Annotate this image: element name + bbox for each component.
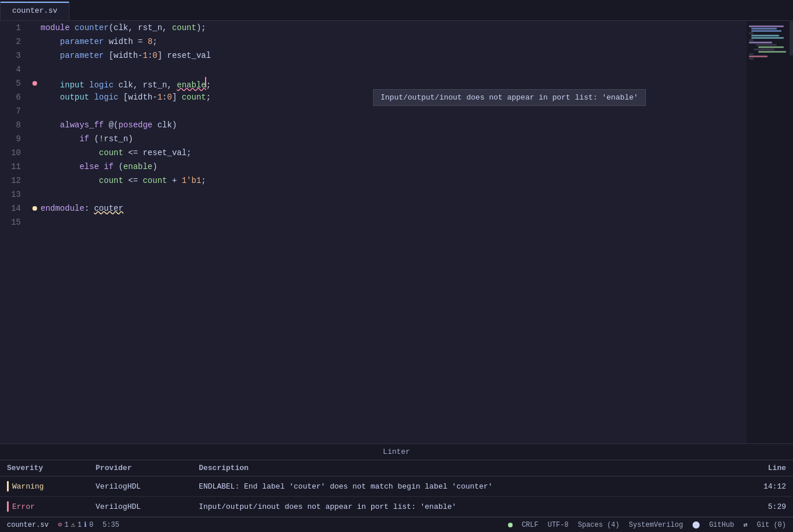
code-text-3: parameter [width-1:0] reset_val <box>41 51 211 60</box>
error-icon: ⊘ <box>58 520 62 529</box>
info-icon: ℹ <box>84 520 87 529</box>
col-description: Description <box>192 460 729 476</box>
github-label[interactable]: GitHub <box>709 521 734 529</box>
status-right: CRLF UTF-8 Spaces (4) SystemVerilog ⬤ Gi… <box>508 520 786 529</box>
code-line-4 <box>28 63 747 76</box>
status-bar: counter.sv ⊘ 1 ⚠ 1 ℹ 0 5:35 CRLF UTF-8 S… <box>0 517 793 532</box>
severity-error: Error <box>0 497 89 517</box>
code-text-14: endmodule: couter <box>41 204 123 213</box>
code-line-13 <box>28 188 747 201</box>
warning-bar <box>7 481 9 491</box>
info-count: 0 <box>89 521 93 529</box>
code-text-10: count <= reset_val; <box>41 148 192 157</box>
warning-icon: ⚠ <box>71 520 75 529</box>
status-dot <box>508 523 513 527</box>
code-text-8: always_ff @(posedge clk) <box>41 120 177 130</box>
code-line-2: parameter width = 8; <box>28 35 747 49</box>
linter-row-error[interactable]: Error VerilogHDL Input/output/inout does… <box>0 497 793 517</box>
editor-area: 12345 678910 1112131415 module counter(c… <box>0 21 793 532</box>
linter-header: Linter <box>0 444 793 460</box>
linter-title: Linter <box>383 447 410 456</box>
col-provider: Provider <box>89 460 192 476</box>
language[interactable]: SystemVerilog <box>629 521 684 529</box>
code-text-11: else if (enable) <box>41 162 158 171</box>
minimap <box>747 21 793 443</box>
tab-label: counter.sv <box>12 6 57 15</box>
error-count: 1 <box>64 521 68 529</box>
warning-label: Warning <box>12 482 44 491</box>
minimap-content <box>747 25 793 443</box>
status-filename[interactable]: counter.sv <box>7 521 49 529</box>
error-dot-5 <box>32 81 37 86</box>
col-severity: Severity <box>0 460 89 476</box>
code-line-6: output logic [width-1:0] count; <box>28 90 747 104</box>
description-warning: ENDLABEL: End label 'couter' does not ma… <box>192 476 729 497</box>
warning-count: 1 <box>78 521 82 529</box>
github-icon: ⬤ <box>692 520 700 529</box>
code-line-9: if (!rst_n) <box>28 132 747 146</box>
encoding[interactable]: UTF-8 <box>547 521 568 529</box>
error-bar <box>7 501 9 512</box>
code-line-10: count <= reset_val; <box>28 146 747 160</box>
line-error: 5:29 <box>729 497 793 517</box>
git-label[interactable]: Git (0) <box>757 521 786 529</box>
line-ending[interactable]: CRLF <box>522 521 539 529</box>
col-line: Line <box>729 460 793 476</box>
code-text-12: count <= count + 1'b1; <box>41 176 206 185</box>
linter-panel: Linter Severity Provider Description Lin… <box>0 443 793 517</box>
code-text-5: input logic clk, rst_n, enable; <box>41 77 211 90</box>
git-icon: ⇄ <box>743 520 747 529</box>
error-label: Error <box>12 502 35 511</box>
code-area[interactable]: module counter(clk, rst_n, count); param… <box>28 21 747 443</box>
description-error: Input/output/inout does not appear in po… <box>192 497 729 517</box>
code-line-11: else if (enable) <box>28 160 747 174</box>
linter-row-warning[interactable]: Warning VerilogHDL ENDLABEL: End label '… <box>0 476 793 497</box>
tab-bar: counter.sv <box>0 0 793 21</box>
code-text-6: output logic [width-1:0] count; <box>41 93 211 102</box>
tab-counter-sv[interactable]: counter.sv <box>0 1 70 20</box>
code-line-5: input logic clk, rst_n, enable; <box>28 76 747 90</box>
provider-warning: VerilogHDL <box>89 476 192 497</box>
code-line-8: always_ff @(posedge clk) <box>28 118 747 132</box>
indent[interactable]: Spaces (4) <box>578 521 619 529</box>
code-line-15 <box>28 215 747 229</box>
code-text-1: module counter(clk, rst_n, count); <box>41 23 206 32</box>
code-text-9: if (!rst_n) <box>41 134 133 144</box>
status-errors: ⊘ 1 ⚠ 1 ℹ 0 <box>58 520 93 529</box>
linter-table: Severity Provider Description Line Warni… <box>0 460 793 517</box>
warning-dot-14 <box>32 206 37 211</box>
editor-content: 12345 678910 1112131415 module counter(c… <box>0 21 793 443</box>
code-line-3: parameter [width-1:0] reset_val <box>28 49 747 63</box>
code-line-1: module counter(clk, rst_n, count); <box>28 21 747 35</box>
code-line-7 <box>28 104 747 118</box>
code-line-12: count <= count + 1'b1; <box>28 174 747 188</box>
line-warning: 14:12 <box>729 476 793 497</box>
severity-warning: Warning <box>0 476 89 497</box>
provider-error: VerilogHDL <box>89 497 192 517</box>
code-text-2: parameter width = 8; <box>41 37 158 46</box>
line-numbers: 12345 678910 1112131415 <box>0 21 28 443</box>
cursor-pos: 5:35 <box>103 521 119 529</box>
code-line-14: endmodule: couter <box>28 201 747 215</box>
